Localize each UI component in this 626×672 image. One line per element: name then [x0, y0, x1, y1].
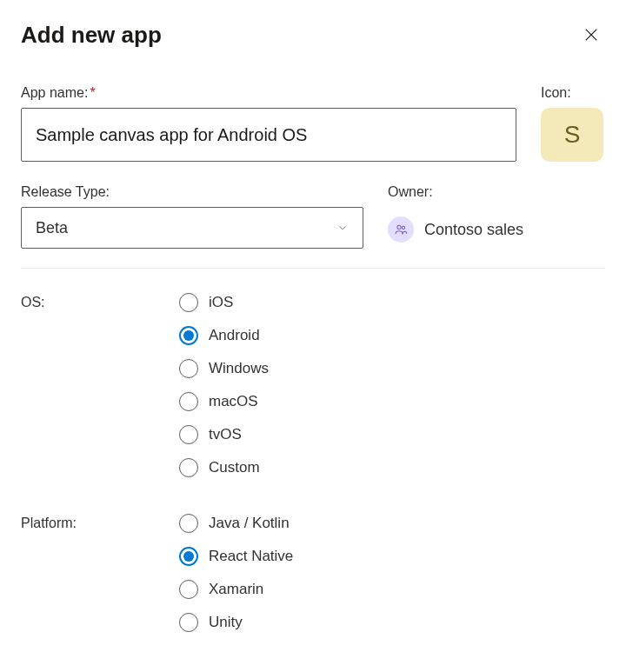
close-icon — [583, 26, 600, 43]
radio-circle — [179, 392, 198, 411]
svg-point-0 — [397, 225, 401, 229]
radio-circle — [179, 514, 198, 533]
release-type-value: Beta — [36, 219, 68, 237]
os-options: iOSAndroidWindowsmacOStvOSCustom — [179, 293, 269, 477]
app-name-label: App name:* — [21, 85, 516, 101]
os-radio-macos[interactable]: macOS — [179, 392, 269, 411]
dialog-title: Add new app — [21, 22, 162, 49]
radio-label: macOS — [209, 393, 258, 410]
radio-circle — [179, 458, 198, 477]
os-radio-custom[interactable]: Custom — [179, 458, 269, 477]
platform-radio-unity[interactable]: Unity — [179, 613, 293, 632]
radio-circle — [179, 425, 198, 444]
owner-avatar — [388, 216, 414, 243]
radio-dot-icon — [183, 551, 194, 562]
platform-radio-xamarin[interactable]: Xamarin — [179, 580, 293, 599]
radio-label: Android — [209, 327, 260, 344]
svg-point-1 — [402, 226, 404, 229]
radio-label: Java / Kotlin — [209, 515, 290, 532]
radio-circle — [179, 293, 198, 312]
os-radio-android[interactable]: Android — [179, 326, 269, 345]
people-icon — [394, 223, 408, 236]
close-button[interactable] — [577, 21, 605, 49]
section-divider — [21, 268, 605, 269]
os-radio-tvos[interactable]: tvOS — [179, 425, 269, 444]
radio-circle — [179, 326, 198, 345]
radio-label: React Native — [209, 548, 293, 565]
platform-options: Java / KotlinReact NativeXamarinUnity — [179, 514, 293, 632]
radio-label: Custom — [209, 459, 260, 476]
release-type-select[interactable]: Beta — [21, 207, 363, 249]
radio-label: Windows — [209, 360, 269, 377]
owner-name: Contoso sales — [424, 221, 523, 239]
radio-dot-icon — [183, 330, 194, 341]
radio-label: tvOS — [209, 426, 242, 443]
required-indicator: * — [90, 85, 95, 100]
os-radio-windows[interactable]: Windows — [179, 359, 269, 378]
radio-label: iOS — [209, 294, 233, 311]
radio-label: Unity — [209, 614, 243, 631]
os-label: OS: — [21, 295, 179, 310]
owner-label: Owner: — [388, 184, 605, 200]
radio-circle — [179, 580, 198, 599]
owner-display[interactable]: Contoso sales — [388, 207, 605, 249]
radio-circle — [179, 547, 198, 566]
radio-circle — [179, 359, 198, 378]
platform-radio-react-native[interactable]: React Native — [179, 547, 293, 566]
release-type-label: Release Type: — [21, 184, 363, 200]
icon-label: Icon: — [541, 85, 605, 101]
chevron-down-icon — [336, 222, 349, 234]
app-name-input[interactable] — [21, 108, 516, 162]
platform-radio-java-kotlin[interactable]: Java / Kotlin — [179, 514, 293, 533]
os-radio-ios[interactable]: iOS — [179, 293, 269, 312]
radio-circle — [179, 613, 198, 632]
icon-picker[interactable]: S — [541, 108, 603, 162]
platform-label: Platform: — [21, 516, 179, 531]
radio-label: Xamarin — [209, 581, 263, 598]
